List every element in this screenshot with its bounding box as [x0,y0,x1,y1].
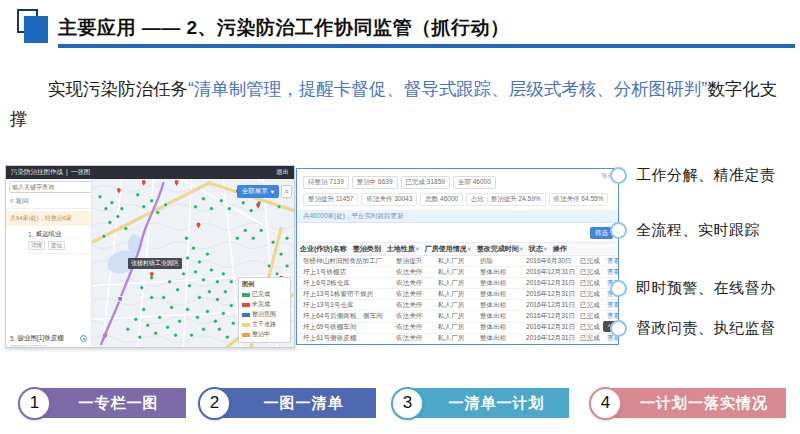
cell-status: 已完成 [577,334,604,343]
intro-highlight: “清单制管理，提醒卡督促、督导式跟踪、层级式考核、分析图研判” [188,79,707,99]
column-header[interactable]: 状态▾ [526,244,550,254]
cell-status: 已完成 [577,279,604,288]
cell-usage: 整体出租 [477,312,523,321]
column-header[interactable]: 整改完成时间▾ [474,244,526,254]
legend-swatch [242,323,250,327]
layers-icon[interactable]: ≡ [281,185,292,198]
page-title: 主要应用 —— 2、污染防治工作协同监管（抓行动） [58,15,510,41]
step-number: 4 [589,387,622,420]
legend-label: 整治范围 [252,310,276,319]
cell-name: 圩上1号铁棚店 [297,268,393,277]
cell-name: 圩上69号铁棚车间 [297,323,393,332]
legend-swatch [242,313,250,317]
table-row[interactable]: 圩上6号2栋仓库 依法关停 私人厂房 整体出租 2016年12月31日 已完成 … [297,278,618,289]
stat-chip: 总数 46000 [420,193,463,206]
column-header[interactable]: 企业(作坊)名称▾ [297,244,350,254]
legend-item: 主干道路 [242,320,287,329]
cell-category: 依法关停 [393,323,435,332]
legend-title: 图例 [242,280,287,289]
column-header[interactable]: 土地性质▾ [384,244,422,254]
status-tab[interactable]: 整治中 6639 [352,176,398,189]
cell-usage: 整体出租 [477,323,523,332]
location-icon[interactable] [80,335,87,342]
column-header[interactable]: 操作▾ [550,244,570,254]
slide: 主要应用 —— 2、污染防治工作协同监管（抓行动） 实现污染防治任务“清单制管理… [0,0,800,434]
sort-caret-icon[interactable]: ▾ [468,246,471,252]
cell-deadline: 2016年12月31日 [523,279,577,288]
table-row[interactable]: 圩上61号侧铁皮棚 依法关停 私人厂房 整体出租 2016年12月31日 已完成… [297,334,618,345]
list-item[interactable]: 5. 骏业围[1]铁皮棚 详情 定位 [6,332,91,347]
cell-land-type: 私人厂房 [435,279,477,288]
step-item: 1 一专栏一图 [18,386,186,420]
cell-usage: 整体出租 [477,268,523,277]
list-item-tag[interactable]: 定位 [30,345,47,347]
cell-name: 张槎禅山村旧围食品加工厂 [297,257,393,266]
bullet-circle-icon [610,167,627,184]
intro-paragraph: 实现污染防治任务“清单制管理，提醒卡督促、督导式跟踪、层级式考核、分析图研判”数… [10,74,792,134]
intro-prefix: 实现污染防治任务 [48,79,188,99]
cell-name: 圩上6号2栋仓库 [297,279,393,288]
list-item-tag[interactable]: 详情 [10,345,27,347]
legend-label: 已完成 [252,290,270,299]
cell-status: 已完成 [577,257,604,266]
legend-label: 主干道路 [252,320,276,329]
view-link[interactable]: 查看 [604,301,618,310]
cell-deadline: 2016年12月31日 [523,290,577,299]
cell-category: 依法关停 [393,290,435,299]
cell-deadline: 2016年12月31日 [523,323,577,332]
show-all-button[interactable]: 全部展示▾ [237,185,279,198]
stat-chip: 依法关停 30043 [361,193,417,206]
status-tab[interactable]: 待整治 7139 [303,176,349,189]
bullet-label: 全流程、实时跟踪 [636,221,760,240]
map-canvas[interactable]: 全部展示▾ ≡ 张槎村级工业园区 图例 已完成 [92,179,294,347]
cell-name: 圩上13号3号仓库 [297,301,393,310]
step-label: 一专栏一图 [34,388,186,418]
column-header[interactable]: 厂房使用情况▾ [422,244,474,254]
list-item-tag[interactable]: 定位 [48,241,65,250]
stat-chip: 占比：整治提升 24.59% [466,193,545,206]
legend-item: 未完成 [242,300,287,309]
map-app-header-title: 污染防治挂图作战|一张图 [11,168,93,177]
legend-item: 整治范围 [242,310,287,319]
table-row[interactable]: 圩上1号铁棚店 依法关停 私人厂房 整体出租 2016年12月31日 已完成 查… [297,267,618,278]
cell-usage: 整体出租 [477,290,523,299]
list-item-tag[interactable]: 详情 [28,241,45,250]
cell-category: 依法关停 [393,301,435,310]
legend-swatch [242,303,250,307]
table-row[interactable]: 圩上69号铁棚车间 依法关停 私人厂房 整体出租 2016年12月31日 已完成… [297,323,618,334]
bullet-circle-icon [610,222,627,239]
sort-caret-icon[interactable]: ▾ [520,246,523,252]
cell-category: 依法关停 [393,312,435,321]
cell-name: 圩上13号1栋窗帘干燥房 [297,290,393,299]
cell-usage: 整体出租 [477,301,523,310]
list-item-index: 5. [10,335,15,342]
back-link[interactable]: < 返回 [6,195,91,209]
sort-caret-icon[interactable]: ▾ [544,246,547,252]
map-sidebar: < 返回 共64家(处)，待整治6家 1. 威远纸业 详情 [6,179,92,347]
sidebar-notice: 共64家(处)，待整治6家 [6,211,91,226]
title-underline [58,44,795,48]
bullet-label: 工作分解、精准定责 [636,166,776,185]
column-header[interactable]: 整治类别▾ [350,244,384,254]
bullet-item: 全流程、实时跟踪 [610,221,760,240]
map-app-header: 污染防治挂图作战|一张图 退出 [6,166,294,179]
cell-land-type: 私人厂房 [435,301,477,310]
slide-logo-icon-fill [24,16,48,43]
map-app-header-right-link[interactable]: 退出 [276,168,289,177]
list-item-index: 1. [28,231,33,238]
sort-caret-icon[interactable]: ▾ [416,246,419,252]
map-legend: 图例 已完成 未完成 [238,277,291,343]
list-item[interactable]: 1. 威远纸业 详情 定位 [24,228,92,254]
legend-label: 整治中 [252,330,270,339]
status-tab[interactable]: 已完成 31859 [401,176,450,189]
view-link[interactable]: 查看 [604,268,618,277]
table-row[interactable]: 圩上13号1栋窗帘干燥房 依法关停 私人厂房 整体出租 2016年12月31日 … [297,289,618,300]
status-tab[interactable]: 全部 46000 [453,176,496,189]
view-link[interactable]: 查看 [604,257,618,266]
search-input[interactable] [9,181,92,193]
table-row[interactable]: 张槎禅山村旧围食品加工厂 整治提升 私人厂房 拆除 2016年6月30日 已完成… [297,256,618,267]
bullet-label: 即时预警、在线督办 [636,279,776,298]
table-row[interactable]: 圩上64号后侧两栋、侧车间 依法关停 私人厂房 整体出租 2016年12月31日… [297,311,618,322]
table-row[interactable]: 圩上13号3号仓库 依法关停 私人厂房 整体出租 2016年12月31日 已完成… [297,300,618,311]
map-app-window: 污染防治挂图作战|一张图 退出 < 返回 共64家(处)，待整治6家 1. [5,165,295,348]
